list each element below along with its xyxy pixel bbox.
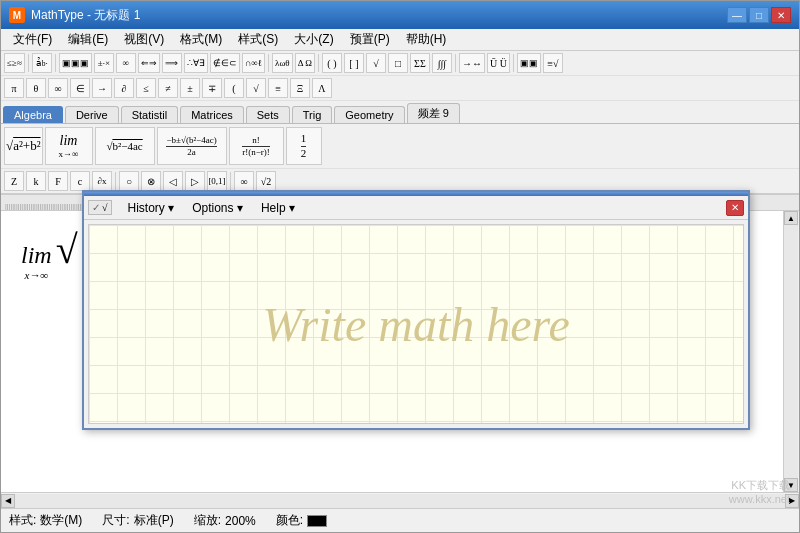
template-pythagorean[interactable]: √a²+b² [4, 127, 43, 165]
template-quadratic[interactable]: −b±√(b²−4ac) 2a [157, 127, 227, 165]
sym-lambda[interactable]: λωθ [272, 53, 293, 73]
menu-format[interactable]: 格式(M) [172, 29, 230, 50]
menu-edit[interactable]: 编辑(E) [60, 29, 116, 50]
menu-view[interactable]: 视图(V) [116, 29, 172, 50]
hw-menu-left: ✓ √ History ▾ Options ▾ Help ▾ [88, 199, 303, 217]
sym-matrix1[interactable]: ▣▣▣ [59, 53, 92, 73]
sym-box1[interactable]: □ [388, 53, 408, 73]
sm-triangle-right[interactable]: ▷ [185, 171, 205, 191]
sym-lambda2[interactable]: Λ [312, 78, 332, 98]
sm-z[interactable]: Z [4, 171, 24, 191]
sym-therefore[interactable]: ∴∀∃ [184, 53, 208, 73]
sym-ab[interactable]: ảb· [32, 53, 52, 73]
sym-leq[interactable]: ≤≥≈ [4, 53, 25, 73]
template-discriminant[interactable]: √b²−4ac [95, 127, 155, 165]
color-swatch [307, 515, 327, 527]
hw-options-menu[interactable]: Options ▾ [184, 199, 251, 217]
sym-equiv1[interactable]: ≡√ [543, 53, 563, 73]
scroll-left-button[interactable]: ◀ [1, 494, 15, 508]
sm-cross[interactable]: ⊗ [141, 171, 161, 191]
sm-triangle-left[interactable]: ◁ [163, 171, 183, 191]
tab-algebra[interactable]: Algebra [3, 106, 63, 123]
sm-dx[interactable]: ∂x [92, 171, 112, 191]
tab-sets[interactable]: Sets [246, 106, 290, 123]
close-window-button[interactable]: ✕ [771, 7, 791, 23]
sym-infty3[interactable]: ∞ [48, 78, 68, 98]
sym-parens1[interactable]: ( ) [322, 53, 342, 73]
color-label: 颜色: [276, 512, 303, 529]
style-label: 样式: [9, 512, 36, 529]
template-half[interactable]: 1 2 [286, 127, 322, 165]
status-style: 样式: 数学(M) [9, 512, 82, 529]
sym-openp[interactable]: ( [224, 78, 244, 98]
sym-infty2[interactable]: ∩∞ℓ [242, 53, 265, 73]
sym-matrix2[interactable]: ▣▣ [517, 53, 541, 73]
sym-pi[interactable]: π [4, 78, 24, 98]
sm-infty[interactable]: ∞ [234, 171, 254, 191]
sm-c[interactable]: c [70, 171, 90, 191]
sym-infty1[interactable]: ∞ [116, 53, 136, 73]
maximize-button[interactable]: □ [749, 7, 769, 23]
sym-arrow3[interactable]: →↔ [459, 53, 485, 73]
sm-f[interactable]: F [48, 171, 68, 191]
template-limit[interactable]: lim x→∞ [45, 127, 93, 165]
sym-arrows1[interactable]: ⇐⇒ [138, 53, 160, 73]
horizontal-scrollbar[interactable]: ◀ ▶ [1, 492, 799, 508]
sym-pm[interactable]: ±·× [94, 53, 114, 73]
hw-close-button[interactable]: ✕ [726, 200, 744, 216]
toolbar-area: ≤≥≈ ảb· ▣▣▣ ±·× ∞ ⇐⇒ ⟹ ∴∀∃ ∉∈⊂ ∩∞ℓ λωθ Δ… [1, 51, 799, 195]
sym-neq[interactable]: ≠ [158, 78, 178, 98]
sym-sqrt2[interactable]: √ [246, 78, 266, 98]
hw-placeholder-text: Write math here [262, 297, 570, 352]
hw-history-menu[interactable]: History ▾ [120, 199, 183, 217]
minimize-button[interactable]: — [727, 7, 747, 23]
sep5 [455, 54, 456, 72]
symbol-row-1: ≤≥≈ ảb· ▣▣▣ ±·× ∞ ⇐⇒ ⟹ ∴∀∃ ∉∈⊂ ∩∞ℓ λωθ Δ… [1, 51, 799, 76]
scroll-track[interactable] [784, 225, 798, 478]
sym-xi[interactable]: Ξ [290, 78, 310, 98]
menu-preset[interactable]: 预置(P) [342, 29, 398, 50]
sym-arrows2[interactable]: ⟹ [162, 53, 182, 73]
sm-interval[interactable]: [0,1] [207, 171, 227, 191]
menu-style[interactable]: 样式(S) [230, 29, 286, 50]
sym-delta[interactable]: Δ Ω [295, 53, 315, 73]
menu-help[interactable]: 帮助(H) [398, 29, 455, 50]
tab-trig[interactable]: Trig [292, 106, 333, 123]
menu-file[interactable]: 文件(F) [5, 29, 60, 50]
sm-sqrt[interactable]: √2 [256, 171, 276, 191]
sym-integral1[interactable]: ∫∫∫ [432, 53, 452, 73]
title-controls: — □ ✕ [727, 7, 791, 23]
menu-size[interactable]: 大小(Z) [286, 29, 341, 50]
title-bar: M MathType - 无标题 1 — □ ✕ [1, 1, 799, 29]
tab-geometry[interactable]: Geometry [334, 106, 404, 123]
sm-circle[interactable]: ○ [119, 171, 139, 191]
size-value: 标准(P) [134, 512, 174, 529]
tab-freq9[interactable]: 频差 9 [407, 103, 460, 123]
app-icon: M [9, 7, 25, 23]
template-combination[interactable]: n! r!(n−r)! [229, 127, 284, 165]
h-scroll-track[interactable] [15, 494, 785, 508]
sym-theta[interactable]: θ [26, 78, 46, 98]
sym-brackets1[interactable]: [ ] [344, 53, 364, 73]
sym-sqrt1[interactable]: √ [366, 53, 386, 73]
hw-input-canvas[interactable]: Write math here [88, 224, 744, 424]
tab-matrices[interactable]: Matrices [180, 106, 244, 123]
hw-help-menu[interactable]: Help ▾ [253, 199, 303, 217]
sm-k[interactable]: k [26, 171, 46, 191]
vertical-scrollbar[interactable]: ▲ ▼ [783, 211, 799, 492]
sym-in[interactable]: ∈ [70, 78, 90, 98]
sym-minusplus[interactable]: ∓ [202, 78, 222, 98]
sym-equiv2[interactable]: ≡ [268, 78, 288, 98]
sym-leq2[interactable]: ≤ [136, 78, 156, 98]
sym-sigma1[interactable]: ΣΣ [410, 53, 430, 73]
sym-partial[interactable]: ∂ [114, 78, 134, 98]
tab-statistic[interactable]: Statistil [121, 106, 178, 123]
tab-derive[interactable]: Derive [65, 106, 119, 123]
limit-expr: lim x→∞ [21, 242, 52, 281]
sym-uvec[interactable]: Ū Ü [487, 53, 510, 73]
sym-subset[interactable]: ∉∈⊂ [210, 53, 240, 73]
sym-plusminus[interactable]: ± [180, 78, 200, 98]
sym-rarrow[interactable]: → [92, 78, 112, 98]
sep-sm2 [230, 172, 231, 190]
scroll-up-button[interactable]: ▲ [784, 211, 798, 225]
